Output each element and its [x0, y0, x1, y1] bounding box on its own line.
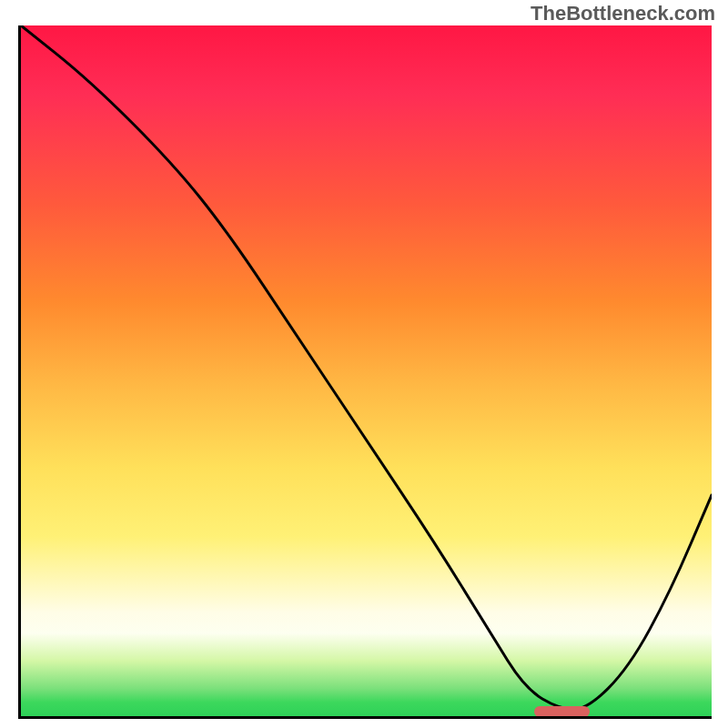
curve-svg	[21, 25, 712, 716]
optimal-range-marker	[534, 706, 590, 717]
bottleneck-curve	[21, 25, 712, 709]
watermark-text: TheBottleneck.com	[531, 2, 715, 25]
chart-container: TheBottleneck.com	[0, 0, 728, 728]
plot-area	[18, 25, 712, 719]
